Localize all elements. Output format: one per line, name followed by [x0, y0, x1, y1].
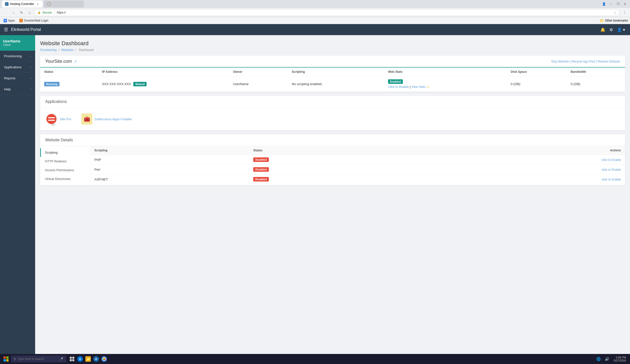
- user-section: UserName Client: [0, 35, 35, 51]
- other-bookmarks[interactable]: 📁 Other bookmarks: [600, 19, 628, 23]
- taskbar-volume-icon[interactable]: 🔊: [603, 355, 611, 363]
- th-diskspace: Disk Space: [507, 68, 567, 76]
- th-bandwidth: Bandwidth: [567, 68, 625, 76]
- taskbar-edge[interactable]: e: [76, 355, 84, 363]
- home-button[interactable]: ⌂: [26, 9, 33, 16]
- php-scripting: PHP: [90, 155, 249, 165]
- svg-rect-2: [4, 356, 6, 359]
- breadcrumb-provisioning[interactable]: Provisioning: [40, 48, 56, 52]
- perl-action: click to Enable: [423, 165, 625, 174]
- window-person-icon[interactable]: 👤: [601, 1, 607, 7]
- sidebar-item-help[interactable]: Help ›: [0, 84, 35, 95]
- edge-icon: e: [77, 356, 83, 362]
- th-scripting-name: Scripting: [90, 146, 249, 155]
- provisioning-arrow: ›: [30, 55, 31, 57]
- site-card-actions: Stop Website | Recycle App Pool | Restor…: [551, 60, 620, 63]
- scripting-header-row: Scripting Status Actions: [90, 146, 625, 155]
- sidebar-item-applications[interactable]: Applications ›: [0, 62, 35, 73]
- browser-tab-new[interactable]: +: [44, 1, 84, 8]
- taskbar-network-icon[interactable]: 🌐: [595, 355, 602, 363]
- recycle-app-pool-link[interactable]: Recycle App Pool: [572, 60, 595, 63]
- bell-icon[interactable]: 🔔: [599, 26, 606, 33]
- bookmark-star[interactable]: ☆: [613, 11, 617, 15]
- details-nav-scripting[interactable]: Scripting: [40, 148, 90, 157]
- details-nav-http-redirect[interactable]: HTTP Redirect: [40, 157, 90, 166]
- app-body: UserName Client Provisioning › Applicati…: [0, 35, 630, 364]
- restore-defaults-link[interactable]: Restore Defaults: [598, 60, 620, 63]
- scripting-row-php: PHP Disabled click to Enable: [90, 155, 625, 165]
- taskbar-chrome[interactable]: [100, 355, 108, 363]
- aspnet-enable-link[interactable]: click to Enable: [602, 178, 621, 181]
- bookmark-apps[interactable]: ⊞ Apps: [2, 18, 16, 23]
- sidebar-item-provisioning[interactable]: Provisioning ›: [0, 51, 35, 62]
- start-button[interactable]: [2, 355, 10, 363]
- browser-menu[interactable]: ⋮: [621, 9, 628, 16]
- svg-text:PRO: PRO: [52, 124, 56, 125]
- th-scripting-actions: Actions: [423, 146, 625, 155]
- user-name: UserName: [3, 39, 32, 43]
- details-sidebar-nav: Scripting HTTP Redirect Access Permissio…: [40, 146, 90, 185]
- taskbar-file-explorer[interactable]: 📁: [84, 355, 92, 363]
- reload-button[interactable]: ↻: [18, 9, 25, 16]
- window-restore[interactable]: ❐: [615, 1, 621, 7]
- sitepro-app[interactable]: PRO Site Pro: [45, 113, 71, 125]
- help-label: Help: [4, 87, 11, 91]
- tab-close-button[interactable]: ✕: [36, 2, 40, 6]
- breadcrumb-sep2: /: [75, 48, 76, 52]
- back-button[interactable]: ‹: [2, 9, 9, 16]
- task-view-icon: [70, 357, 74, 361]
- external-link-icon[interactable]: ↗: [74, 59, 77, 64]
- bandwidth-cell: 0 (GB): [567, 76, 625, 92]
- user-menu[interactable]: 👤 ▾: [616, 26, 626, 33]
- aspnet-status: Disabled: [249, 174, 423, 184]
- details-nav-access-permissions[interactable]: Access Permissions: [40, 166, 90, 174]
- click-to-disable-link[interactable]: Click to Disable: [388, 85, 409, 89]
- browser-tab-active[interactable]: H Hosting Controller ✕: [2, 1, 43, 8]
- view-stats-link[interactable]: View Stats: [411, 85, 425, 89]
- window-minimize[interactable]: ─: [608, 1, 614, 7]
- stop-website-link[interactable]: Stop Website: [551, 60, 569, 63]
- address-bar[interactable]: 🔒 Secure | https:// ☆: [34, 9, 620, 16]
- apps-grid: PRO Site Pro 🧰 Softaculous Apps Installe…: [40, 108, 625, 130]
- bookmarks-bar: ⊞ Apps S SmarterMail Login 📁 Other bookm…: [0, 17, 630, 24]
- softaculous-icon: 🧰: [81, 113, 92, 125]
- webstats-cell: Enabled Click to Disable | View Stats ⚠: [384, 76, 507, 92]
- hamburger-menu[interactable]: ☰: [4, 27, 8, 32]
- details-nav-virtual-directories[interactable]: Virtual Directories: [40, 174, 90, 183]
- search-icon: ⚲: [14, 357, 16, 361]
- help-arrow: ›: [30, 88, 31, 91]
- search-input[interactable]: [18, 357, 58, 361]
- breadcrumb-websites[interactable]: Websites: [61, 48, 73, 52]
- sidebar: UserName Client Provisioning › Applicati…: [0, 35, 35, 364]
- php-disabled-badge: Disabled: [253, 157, 269, 162]
- site-card: YourSite.com ↗ Stop Website | Recycle Ap…: [40, 56, 625, 92]
- perl-enable-link[interactable]: click to Enable: [602, 168, 621, 171]
- taskbar-search-box[interactable]: ⚲ 🎤: [11, 355, 66, 362]
- perl-scripting: Perl: [90, 165, 249, 174]
- ip-address: XXX.XXX.XXX.XXX: [102, 82, 131, 86]
- th-scripting: Scripting: [288, 68, 384, 76]
- settings-icon[interactable]: ⚙: [608, 26, 614, 33]
- sidebar-item-reports[interactable]: Reports ›: [0, 73, 35, 84]
- mic-icon[interactable]: 🎤: [59, 357, 63, 361]
- scripting-cell: No scripting enabled.: [288, 76, 384, 92]
- taskbar-task-view[interactable]: [68, 355, 76, 363]
- taskbar-ie[interactable]: e: [92, 355, 100, 363]
- th-scripting-status: Status: [249, 146, 423, 155]
- php-enable-link[interactable]: click to Enable: [602, 158, 621, 162]
- header-icons: 🔔 ⚙ 👤 ▾: [599, 26, 626, 33]
- taskbar: ⚲ 🎤 e 📁 e: [0, 354, 630, 364]
- browser-window-controls: 👤 ─ ❐ ✕: [601, 1, 628, 7]
- window-close[interactable]: ✕: [622, 1, 628, 7]
- taskbar-clock[interactable]: 5:08 PM 5/27/2018: [612, 356, 628, 362]
- aspnet-disabled-badge: Disabled: [253, 177, 269, 181]
- smartermail-favicon: S: [19, 19, 23, 22]
- forward-button[interactable]: ›: [10, 9, 17, 16]
- th-ip: IP Address: [98, 68, 229, 76]
- site-table-row: Running XXX.XXX.XXX.XXX Shared UserName …: [40, 76, 625, 92]
- site-table-header-row: Status IP Address Owner Scripting Web St…: [40, 68, 625, 76]
- softaculous-link[interactable]: Softaculous Apps Installer: [94, 117, 132, 121]
- bookmark-smartermail[interactable]: S SmarterMail Login: [18, 18, 50, 23]
- softaculous-app[interactable]: 🧰 Softaculous Apps Installer: [81, 113, 132, 125]
- chrome-icon: [101, 356, 107, 362]
